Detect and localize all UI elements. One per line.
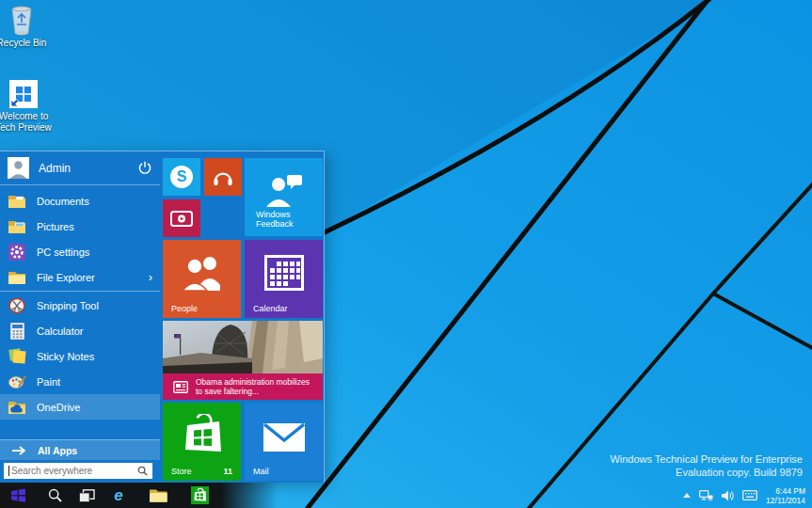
news-headline: Obama administration mobilizes to save f… [196, 377, 313, 397]
store-badge: 11 [223, 467, 232, 476]
news-photo [163, 321, 323, 373]
tile-label: Mail [253, 467, 269, 476]
documents-folder-icon [8, 192, 26, 211]
menu-item-label: PC settings [37, 246, 89, 258]
tile-label: Calendar [253, 304, 288, 313]
desktop-icon-welcome-tech-preview[interactable]: Welcome to Tech Preview [0, 79, 54, 134]
menu-item-documents[interactable]: Documents [0, 188, 160, 214]
text-caret [8, 466, 9, 476]
start-menu-left-column: Admin Documents [0, 151, 160, 483]
start-menu: Admin Documents [0, 151, 325, 483]
tile-label: People [171, 304, 198, 313]
system-tray: 6:44 PM 12/11/2014 [683, 483, 812, 508]
network-icon[interactable] [699, 490, 713, 501]
build-watermark: Windows Technical Preview for Enterprise… [610, 452, 803, 479]
menu-item-onedrive[interactable]: OneDrive [0, 394, 160, 420]
tile-skype[interactable]: S [163, 158, 200, 196]
snipping-tool-icon [8, 296, 26, 315]
tile-people[interactable]: People [163, 240, 241, 318]
touch-keyboard-icon[interactable] [742, 490, 757, 500]
file-explorer-button[interactable] [143, 483, 173, 508]
task-view-button[interactable] [72, 483, 102, 508]
task-view-icon [79, 489, 95, 502]
video-icon [163, 199, 200, 237]
menu-item-label: Calculator [37, 325, 84, 337]
sticky-notes-icon [8, 347, 26, 366]
menu-item-label: Paint [37, 376, 60, 388]
store-taskbar-button[interactable] [184, 483, 215, 508]
volume-icon[interactable] [722, 490, 734, 501]
all-apps-label: All Apps [38, 445, 77, 456]
welcome-tech-preview-icon [8, 79, 39, 109]
onedrive-folder-icon [8, 398, 26, 417]
menu-item-label: Sticky Notes [37, 351, 94, 362]
all-apps-button[interactable]: All Apps [0, 439, 160, 460]
tile-music[interactable] [204, 158, 242, 196]
menu-item-paint[interactable]: Paint [0, 369, 160, 394]
pc-settings-icon [8, 243, 26, 262]
paint-icon [8, 373, 26, 391]
calculator-icon [8, 322, 26, 341]
folder-icon [150, 488, 167, 502]
search-icon [48, 488, 62, 502]
menu-item-label: Documents [37, 196, 89, 207]
pictures-folder-icon [8, 217, 26, 236]
menu-separator [0, 291, 160, 292]
user-avatar[interactable] [8, 157, 29, 179]
search-input[interactable] [11, 466, 137, 476]
file-explorer-icon [8, 268, 26, 287]
search-box[interactable] [4, 463, 152, 479]
start-tiles: S [163, 151, 324, 483]
start-menu-header: Admin [0, 151, 160, 185]
internet-explorer-button[interactable]: e [103, 483, 134, 508]
menu-item-sticky-notes[interactable]: Sticky Notes [0, 343, 160, 369]
taskbar-clock[interactable]: 6:44 PM 12/11/2014 [766, 486, 805, 505]
power-button[interactable] [137, 161, 152, 176]
tile-mail[interactable]: Mail [245, 403, 323, 481]
tray-time: 6:44 PM [766, 486, 805, 496]
tile-label: Windows Feedback [256, 210, 314, 229]
recycle-bin-icon [7, 6, 37, 36]
menu-item-pictures[interactable]: Pictures [0, 214, 160, 239]
news-icon [173, 381, 188, 393]
internet-explorer-icon: e [114, 487, 122, 503]
user-name[interactable]: Admin [39, 162, 137, 175]
menu-item-pc-settings[interactable]: PC settings [0, 239, 160, 264]
show-hidden-icons-button[interactable] [683, 493, 691, 498]
tile-windows-feedback[interactable]: Windows Feedback [245, 158, 323, 236]
start-menu-items: Documents Pictures [0, 188, 160, 420]
tile-label: Store [171, 467, 192, 476]
start-button[interactable] [0, 483, 37, 508]
menu-item-calculator[interactable]: Calculator [0, 318, 160, 343]
desktop: Recycle Bin Welcome to Tech Preview Wind… [0, 0, 812, 508]
desktop-icon-recycle-bin[interactable]: Recycle Bin [0, 6, 52, 49]
taskbar: e [0, 483, 812, 508]
menu-item-label: OneDrive [37, 402, 80, 413]
watermark-line1: Windows Technical Preview for Enterprise [610, 452, 803, 466]
tile-store[interactable]: Store 11 [163, 403, 241, 481]
tile-video[interactable] [163, 199, 200, 237]
watermark-line2: Evaluation copy. Build 9879 [610, 466, 803, 479]
taskbar-search-button[interactable] [40, 483, 70, 508]
menu-item-label: Snipping Tool [37, 300, 99, 311]
desktop-icon-label: Recycle Bin [0, 38, 52, 49]
menu-item-snipping-tool[interactable]: Snipping Tool [0, 293, 160, 318]
chevron-right-icon: › [149, 271, 152, 283]
menu-item-label: File Explorer [37, 272, 95, 283]
store-icon [191, 486, 209, 504]
desktop-icon-label: Welcome to Tech Preview [0, 111, 54, 134]
all-apps-arrow-icon [9, 446, 28, 455]
news-banner: Obama administration mobilizes to save f… [163, 373, 323, 400]
search-icon[interactable] [137, 466, 148, 476]
headphones-icon [204, 158, 242, 196]
menu-item-file-explorer[interactable]: File Explorer › [0, 264, 160, 290]
skype-icon: S [163, 158, 200, 196]
windows-logo-icon [10, 488, 26, 502]
tray-date: 12/11/2014 [766, 496, 805, 505]
tile-calendar[interactable]: Calendar [245, 240, 323, 318]
tile-news[interactable]: Obama administration mobilizes to save f… [163, 321, 323, 400]
menu-item-label: Pictures [37, 221, 74, 232]
